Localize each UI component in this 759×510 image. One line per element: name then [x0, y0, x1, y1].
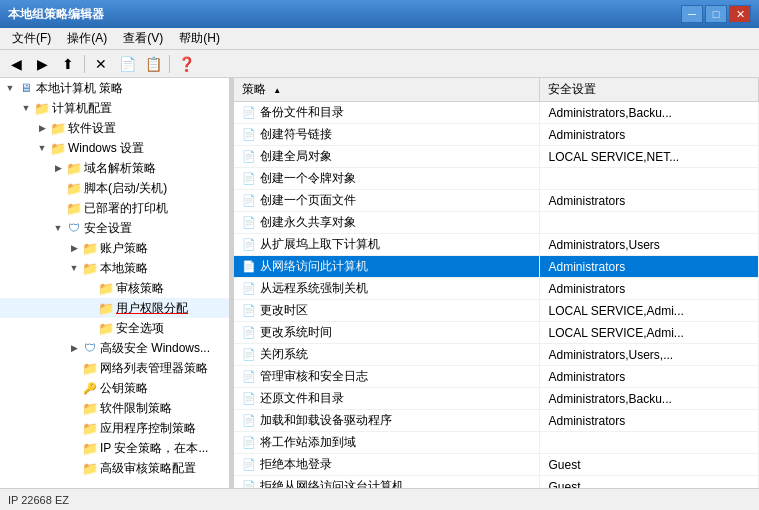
tree-node-app-control[interactable]: 📁 应用程序控制策略 [0, 418, 229, 438]
delete-button[interactable]: ✕ [89, 53, 113, 75]
expand-advanced-firewall[interactable]: ▶ [66, 340, 82, 356]
policy-label: 从网络访问此计算机 [260, 259, 368, 273]
table-row[interactable]: 📄创建符号链接Administrators [234, 124, 759, 146]
help-button[interactable]: ❓ [174, 53, 198, 75]
table-row[interactable]: 📄拒绝本地登录Guest [234, 454, 759, 476]
tree-node-security-options[interactable]: 📁 安全选项 [0, 318, 229, 338]
table-row[interactable]: 📄加载和卸载设备驱动程序Administrators [234, 410, 759, 432]
expand-software-restriction[interactable] [66, 400, 82, 416]
tree-node-public-key[interactable]: 🔑 公钥策略 [0, 378, 229, 398]
tree-label-windows-settings: Windows 设置 [68, 140, 144, 157]
forward-button[interactable]: ▶ [30, 53, 54, 75]
col-header-policy[interactable]: 策略 ▲ [234, 78, 540, 102]
expand-user-rights[interactable] [82, 300, 98, 316]
expand-windows-settings[interactable]: ▼ [34, 140, 50, 156]
table-row[interactable]: 📄更改时区LOCAL SERVICE,Admi... [234, 300, 759, 322]
expand-local-policy[interactable]: ▼ [2, 80, 18, 96]
expand-advanced-audit[interactable] [66, 460, 82, 476]
close-button[interactable]: ✕ [729, 5, 751, 23]
security-cell: Administrators,Backu... [540, 102, 759, 124]
policy-label: 创建一个令牌对象 [260, 171, 356, 185]
table-row[interactable]: 📄还原文件和目录Administrators,Backu... [234, 388, 759, 410]
security-cell: Administrators [540, 366, 759, 388]
table-row[interactable]: 📄更改系统时间LOCAL SERVICE,Admi... [234, 322, 759, 344]
export-button[interactable]: 📋 [141, 53, 165, 75]
tree-node-advanced-firewall[interactable]: ▶ 🛡 高级安全 Windows... [0, 338, 229, 358]
expand-scripts[interactable] [50, 180, 66, 196]
policy-label: 更改时区 [260, 303, 308, 317]
policy-cell: 📄将工作站添加到域 [234, 432, 540, 454]
table-row[interactable]: 📄管理审核和安全日志Administrators [234, 366, 759, 388]
tree-node-local-policy[interactable]: ▼ 🖥 本地计算机 策略 [0, 78, 229, 98]
table-row[interactable]: 📄关闭系统Administrators,Users,... [234, 344, 759, 366]
properties-button[interactable]: 📄 [115, 53, 139, 75]
expand-network-list[interactable] [66, 360, 82, 376]
up-button[interactable]: ⬆ [56, 53, 80, 75]
security-cell: LOCAL SERVICE,NET... [540, 146, 759, 168]
table-row[interactable]: 📄创建一个页面文件Administrators [234, 190, 759, 212]
expand-printers[interactable] [50, 200, 66, 216]
tree-label-network-list: 网络列表管理器策略 [100, 360, 208, 377]
back-button[interactable]: ◀ [4, 53, 28, 75]
expand-app-control[interactable] [66, 420, 82, 436]
tree-node-scripts[interactable]: 📁 脚本(启动/关机) [0, 178, 229, 198]
tree-node-network-list[interactable]: 📁 网络列表管理器策略 [0, 358, 229, 378]
policy-icon: 📄 [242, 326, 256, 338]
col-header-security[interactable]: 安全设置 [540, 78, 759, 102]
expand-computer-config[interactable]: ▼ [18, 100, 34, 116]
expand-security-options[interactable] [82, 320, 98, 336]
tree-node-printers[interactable]: 📁 已部署的打印机 [0, 198, 229, 218]
folder-icon-account: 📁 [82, 240, 98, 256]
expand-software-settings[interactable]: ▶ [34, 120, 50, 136]
tree-node-audit-policy[interactable]: 📁 审核策略 [0, 278, 229, 298]
tree-label-security-settings: 安全设置 [84, 220, 132, 237]
expand-ip-security[interactable] [66, 440, 82, 456]
tree-node-windows-settings[interactable]: ▼ 📁 Windows 设置 [0, 138, 229, 158]
menu-bar: 文件(F) 操作(A) 查看(V) 帮助(H) [0, 28, 759, 50]
expand-dns[interactable]: ▶ [50, 160, 66, 176]
expand-public-key[interactable] [66, 380, 82, 396]
expand-security-settings[interactable]: ▼ [50, 220, 66, 236]
maximize-button[interactable]: □ [705, 5, 727, 23]
table-row[interactable]: 📄备份文件和目录Administrators,Backu... [234, 102, 759, 124]
expand-account-policy[interactable]: ▶ [66, 240, 82, 256]
tree-node-advanced-audit[interactable]: 📁 高级审核策略配置 [0, 458, 229, 478]
tree-node-local-policy-node[interactable]: ▼ 📁 本地策略 [0, 258, 229, 278]
tree-label-software-restriction: 软件限制策略 [100, 400, 172, 417]
table-row[interactable]: 📄从扩展坞上取下计算机Administrators,Users [234, 234, 759, 256]
policy-icon: 📄 [242, 150, 256, 162]
table-row[interactable]: 📄拒绝从网络访问这台计算机Guest [234, 476, 759, 489]
policy-icon: 📄 [242, 304, 256, 316]
expand-audit-policy[interactable] [82, 280, 98, 296]
folder-icon-ip-security: 📁 [82, 440, 98, 456]
menu-view[interactable]: 查看(V) [115, 28, 171, 49]
tree-node-ip-security[interactable]: 📁 IP 安全策略，在本... [0, 438, 229, 458]
computer-icon: 🖥 [18, 80, 34, 96]
tree-node-computer-config[interactable]: ▼ 📁 计算机配置 [0, 98, 229, 118]
minimize-button[interactable]: ─ [681, 5, 703, 23]
tree-node-account-policy[interactable]: ▶ 📁 账户策略 [0, 238, 229, 258]
table-row[interactable]: 📄创建永久共享对象 [234, 212, 759, 234]
tree-node-dns[interactable]: ▶ 📁 域名解析策略 [0, 158, 229, 178]
policy-table: 策略 ▲ 安全设置 📄备份文件和目录Administrators,Backu..… [234, 78, 759, 488]
table-row[interactable]: 📄创建全局对象LOCAL SERVICE,NET... [234, 146, 759, 168]
menu-action[interactable]: 操作(A) [59, 28, 115, 49]
table-row[interactable]: 📄创建一个令牌对象 [234, 168, 759, 190]
policy-label: 还原文件和目录 [260, 391, 344, 405]
policy-icon: 📄 [242, 260, 256, 272]
menu-file[interactable]: 文件(F) [4, 28, 59, 49]
table-row[interactable]: 📄从远程系统强制关机Administrators [234, 278, 759, 300]
policy-cell: 📄更改系统时间 [234, 322, 540, 344]
tree-node-software-restriction[interactable]: 📁 软件限制策略 [0, 398, 229, 418]
tree-node-software-settings[interactable]: ▶ 📁 软件设置 [0, 118, 229, 138]
policy-cell: 📄拒绝从网络访问这台计算机 [234, 476, 540, 489]
tree-node-user-rights[interactable]: 📁 用户权限分配 [0, 298, 229, 318]
tree-node-security-settings[interactable]: ▼ 🛡 安全设置 [0, 218, 229, 238]
folder-icon-computer: 📁 [34, 100, 50, 116]
expand-local-policy-node[interactable]: ▼ [66, 260, 82, 276]
policy-icon: 📄 [242, 216, 256, 228]
security-cell: Administrators,Users [540, 234, 759, 256]
menu-help[interactable]: 帮助(H) [171, 28, 228, 49]
table-row[interactable]: 📄将工作站添加到域 [234, 432, 759, 454]
table-row[interactable]: 📄从网络访问此计算机Administrators [234, 256, 759, 278]
